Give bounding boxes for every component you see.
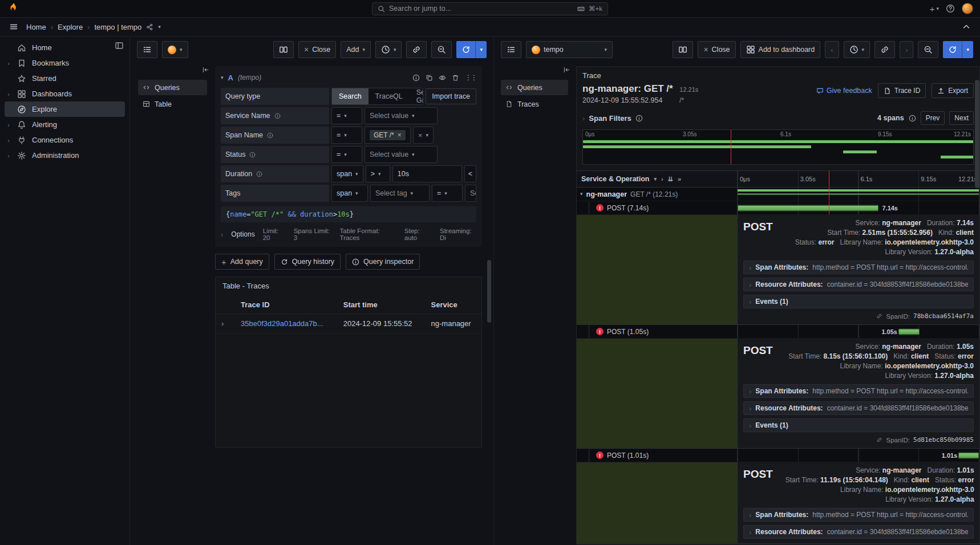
collapse-outline-button[interactable] xyxy=(563,66,570,75)
clear-icon[interactable]: × xyxy=(418,131,423,140)
chevron-right-icon[interactable]: › xyxy=(661,176,663,182)
dock-menu-button[interactable] xyxy=(115,41,124,52)
link-icon[interactable] xyxy=(876,313,882,319)
duration-operator-2[interactable]: < xyxy=(464,165,476,182)
outline-item-queries[interactable]: Queries xyxy=(138,80,207,95)
collapse-toolbar-button[interactable] xyxy=(959,20,973,34)
expand-chevron-icon[interactable]: › xyxy=(6,60,11,67)
span-bar[interactable] xyxy=(898,328,919,335)
sidebar-item-alerting[interactable]: › Alerting xyxy=(5,117,125,132)
query-options-summary[interactable]: › Options Limit: 20 Spans Limit: 3 Table… xyxy=(221,227,476,241)
chevron-down-icon[interactable]: ▾ xyxy=(158,25,161,30)
export-button[interactable]: Export xyxy=(932,83,974,98)
resource-attributes-accordion[interactable]: › Resource Attributes: container.id = 30… xyxy=(743,278,974,291)
hide-query-icon[interactable] xyxy=(439,74,446,82)
query-history-button[interactable]: Query history xyxy=(274,254,341,270)
outline-item-table[interactable]: Table xyxy=(138,96,207,112)
expand-chevron-icon[interactable]: › xyxy=(6,121,11,128)
split-view-button[interactable] xyxy=(273,41,294,58)
close-pane-button[interactable]: × Close xyxy=(298,41,336,58)
span-bar[interactable] xyxy=(738,205,878,211)
sidebar-item-home[interactable]: Home xyxy=(5,40,125,55)
column-header-start-time[interactable]: Start time xyxy=(338,296,426,314)
run-query-button[interactable] xyxy=(456,41,476,58)
breadcrumb-explore[interactable]: Explore xyxy=(58,23,83,31)
share-link-button[interactable] xyxy=(406,41,427,58)
sidebar-item-explore[interactable]: Explore xyxy=(5,101,125,117)
span-bar[interactable] xyxy=(738,189,979,192)
new-menu-button[interactable]: + ▾ xyxy=(930,5,939,13)
row-expander-icon[interactable]: › xyxy=(216,314,235,333)
prev-span-button[interactable]: Prev xyxy=(921,111,945,125)
time-shift-back-button[interactable]: ‹ xyxy=(825,41,839,58)
grafana-logo[interactable] xyxy=(7,2,19,16)
breadcrumb-home[interactable]: Home xyxy=(26,23,46,31)
span-name-chip[interactable]: GET /* × xyxy=(370,130,406,140)
add-query-button[interactable]: + Add query xyxy=(215,254,269,270)
outline-item-queries[interactable]: Queries xyxy=(501,80,568,95)
split-view-button[interactable] xyxy=(673,41,693,58)
span-attributes-accordion[interactable]: › Span Attributes: http.method = POST ht… xyxy=(743,384,974,398)
time-range-picker[interactable]: ▾ xyxy=(375,41,402,58)
duration-operator[interactable]: >▾ xyxy=(366,165,390,182)
delete-query-icon[interactable] xyxy=(452,74,459,82)
expand-all-icon[interactable]: » xyxy=(678,176,681,182)
breadcrumb-session[interactable]: tempo | tempo xyxy=(94,23,141,31)
search-input[interactable] xyxy=(389,5,573,13)
refresh-interval-caret[interactable]: ▾ xyxy=(476,41,487,58)
info-icon[interactable] xyxy=(412,74,420,82)
give-feedback-link[interactable]: Give feedback xyxy=(816,87,872,95)
right-pane-scrollbar[interactable] xyxy=(975,64,979,544)
outline-item-traces[interactable]: Traces xyxy=(501,96,568,112)
span-row-root[interactable]: ▾ ng-manager GET /* (12.21s) xyxy=(577,188,979,201)
collapse-all-icon[interactable]: ⇊ xyxy=(668,176,673,183)
span-name-select[interactable]: GET /* × xyxy=(365,127,411,144)
collapse-outline-button[interactable] xyxy=(202,66,209,75)
help-button[interactable] xyxy=(946,4,955,13)
span-filters-label[interactable]: Span Filters xyxy=(589,114,631,123)
span-attributes-accordion[interactable]: › Span Attributes: http.method = POST ht… xyxy=(743,261,974,274)
service-operation-header[interactable]: Service & Operation xyxy=(581,175,650,183)
sidebar-item-administration[interactable]: › Administration xyxy=(5,148,125,163)
chevron-down-icon[interactable]: ▾ xyxy=(654,177,657,182)
time-range-picker[interactable]: ▾ xyxy=(844,41,870,58)
collapse-query-icon[interactable]: ▾ xyxy=(221,75,224,80)
datasource-picker[interactable]: ▾ xyxy=(162,41,188,58)
span-attributes-accordion[interactable]: › Span Attributes: http.method = POST ht… xyxy=(743,508,974,522)
expand-chevron-icon[interactable]: › xyxy=(6,152,11,159)
tags-scope-select[interactable]: span▾ xyxy=(331,185,368,202)
duration-input[interactable] xyxy=(398,170,457,178)
sidebar-item-dashboards[interactable]: › Dashboards xyxy=(5,86,125,101)
time-shift-forward-button[interactable]: › xyxy=(900,41,913,58)
events-accordion[interactable]: › Events (1) xyxy=(743,418,974,432)
run-query-button[interactable] xyxy=(943,41,962,58)
tag-value-select[interactable]: Select va xyxy=(465,185,476,202)
query-inspector-button[interactable]: Query inspector xyxy=(346,254,420,270)
add-to-dashboard-button[interactable]: Add to dashboard xyxy=(740,41,821,58)
sidebar-item-connections[interactable]: › Connections xyxy=(5,132,125,148)
column-header-service[interactable]: Service xyxy=(426,296,481,314)
status-operator[interactable]: =▾ xyxy=(331,146,362,163)
link-icon[interactable] xyxy=(876,437,882,443)
share-icon[interactable] xyxy=(146,23,153,31)
share-link-button[interactable] xyxy=(874,41,895,58)
import-trace-button[interactable]: Import trace xyxy=(426,88,476,104)
zoom-out-button[interactable] xyxy=(431,41,452,58)
span-name-clear[interactable]: × ▾ xyxy=(413,127,434,144)
tag-operator[interactable]: =▾ xyxy=(432,185,463,202)
zoom-out-button[interactable] xyxy=(918,41,938,58)
next-span-button[interactable]: Next xyxy=(949,111,974,125)
query-type-search[interactable]: Search xyxy=(332,88,368,104)
query-drawer-toggle[interactable] xyxy=(137,41,157,58)
mega-menu-toggle[interactable] xyxy=(7,20,21,34)
span-row-post-2[interactable]: ! POST (1.05s) 1.05s xyxy=(577,325,979,339)
duration-input-box[interactable] xyxy=(392,165,462,182)
sidebar-item-bookmarks[interactable]: › Bookmarks xyxy=(5,55,125,71)
events-accordion[interactable]: › Events (1) xyxy=(743,295,974,308)
expand-chevron-icon[interactable]: › xyxy=(6,91,11,97)
resource-attributes-accordion[interactable]: › Resource Attributes: container.id = 30… xyxy=(743,525,974,539)
duration-scope-select[interactable]: span▾ xyxy=(331,165,363,182)
service-name-operator[interactable]: =▾ xyxy=(331,107,362,124)
duplicate-query-icon[interactable] xyxy=(426,74,433,82)
drag-handle-icon[interactable]: ⋮⋮ xyxy=(465,74,476,82)
